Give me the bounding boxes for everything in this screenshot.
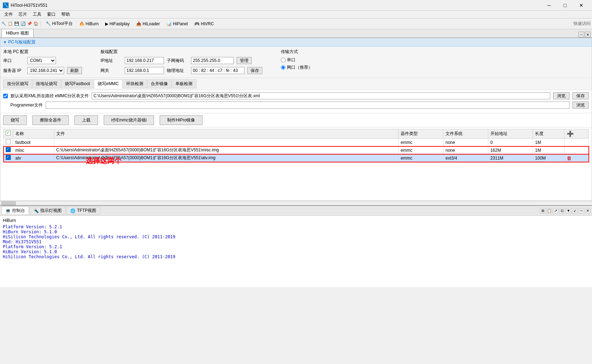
- upload-btn[interactable]: 上载: [74, 115, 98, 125]
- maximize-button[interactable]: □: [557, 0, 573, 11]
- emmc-xml-row: 默认采用XML所在路径 eMMC分区表文件 浏览 保存: [3, 92, 589, 99]
- bottom-ctrl8[interactable]: ✕: [585, 208, 591, 214]
- close-button[interactable]: ✕: [573, 0, 589, 11]
- toolbar-hiburn[interactable]: 🔥 HiBurn: [77, 20, 101, 27]
- bottom-ctrl2[interactable]: 📋: [546, 208, 552, 214]
- emmc-xml-checkbox[interactable]: [3, 94, 8, 98]
- delete-row-icon[interactable]: 🗑: [567, 155, 572, 161]
- col-file: 文件: [54, 129, 398, 139]
- board-config-title: 板端配置: [101, 49, 262, 55]
- row-start-addr: 0: [488, 139, 533, 146]
- bottom-ctrl5[interactable]: ▼: [566, 208, 571, 214]
- programmer-input[interactable]: [46, 102, 570, 109]
- refresh-btn[interactable]: 刷新: [67, 67, 82, 74]
- bottom-tab-tftp[interactable]: 🌐 TFTP视图: [66, 207, 100, 215]
- table-header-row: 名称 文件 器件类型 文件系统 开始地址 长度 ➕: [4, 129, 589, 139]
- radio-network-input[interactable]: [281, 65, 285, 70]
- tab-close-btn[interactable]: ✕: [585, 32, 591, 37]
- hscroll-thumb[interactable]: [1, 202, 16, 205]
- console-line: HiSilicon Technologies Co., Ltd. All rig…: [3, 234, 589, 239]
- minimize-button[interactable]: ─: [541, 0, 557, 11]
- browse-btn2[interactable]: 浏览: [572, 102, 589, 109]
- bottom-tab-console[interactable]: 💻 控制台: [1, 207, 29, 215]
- function-tabs: 按分区烧写 按地址烧写 烧写Fastboot 烧写eMMC 环块检测 合并镜像 …: [0, 78, 592, 90]
- menu-help[interactable]: 帮助: [58, 11, 73, 18]
- row-action: [564, 139, 588, 146]
- col-check: [4, 129, 13, 139]
- row-check-cell: [4, 146, 13, 154]
- console-line: HiBurn Version: 5.1.0: [3, 229, 589, 234]
- row-filesystem: none: [443, 146, 488, 154]
- tab-fastboot[interactable]: 烧写Fastboot: [61, 79, 94, 88]
- tab-by-address[interactable]: 按地址烧写: [32, 79, 61, 88]
- tab-emmc[interactable]: 烧写eMMC: [94, 79, 123, 88]
- make-emmc-btn[interactable]: i作Emmc烧片器镜i: [104, 115, 154, 125]
- row-file: C:\Users\Administrator\桌面\HZ65A57(0000)B…: [54, 154, 398, 162]
- subnet-input[interactable]: [191, 57, 234, 64]
- radio-serial[interactable]: 串口: [281, 57, 313, 63]
- com-select[interactable]: COM1: [27, 57, 56, 64]
- tab-board-detect[interactable]: 单板检测: [171, 79, 196, 88]
- emmc-xml-input[interactable]: [92, 92, 550, 99]
- led-icon: 🔦: [34, 208, 39, 213]
- bottom-ctrl6[interactable]: ↙: [572, 208, 578, 214]
- subnet-label: 子网掩码: [167, 58, 188, 64]
- tab-restore-btn[interactable]: ─: [578, 32, 584, 37]
- pc-config-section-header[interactable]: ▼ PC与板端配置: [0, 38, 592, 47]
- window-controls: ─ □ ✕: [541, 0, 589, 11]
- horizontal-scrollbar[interactable]: [0, 201, 592, 205]
- manage-btn[interactable]: 管理: [237, 57, 252, 64]
- radio-serial-input[interactable]: [281, 58, 285, 62]
- transfer-block: 传输方式 串口 网口（推荐）: [281, 49, 313, 71]
- bottom-panel: 💻 控制台 🔦 指示灯视图 🌐 TFTP视图 ⊞ 📋 ↗ ⊡ ▼ ↙ ─ ✕ H…: [0, 205, 592, 287]
- hiburn-tab-label: HiBurn 视图: [6, 31, 29, 36]
- radio-network-label: 网口（推荐）: [287, 64, 313, 71]
- add-row-icon[interactable]: ➕: [567, 131, 574, 137]
- save-board-btn[interactable]: 保存: [247, 67, 262, 74]
- hiburn-tab[interactable]: HiBurn 视图: [1, 29, 34, 37]
- menu-file[interactable]: 文件: [1, 11, 16, 18]
- save-xml-btn[interactable]: 保存: [572, 92, 589, 99]
- menu-chip[interactable]: 芯片: [16, 11, 30, 18]
- browse-btn1[interactable]: 浏览: [553, 92, 570, 99]
- gateway-input[interactable]: [125, 67, 164, 74]
- toolbar-hifastplay[interactable]: ▶ HiFastplay: [103, 20, 132, 27]
- row-name: misc: [13, 146, 54, 154]
- row-checkbox[interactable]: [6, 139, 11, 144]
- row-filesystem: none: [443, 139, 488, 146]
- row-action: [564, 146, 588, 154]
- bottom-ctrl7[interactable]: ─: [578, 208, 584, 214]
- pc-config-title: PC与板端配置: [8, 39, 36, 45]
- console-tab-label: 控制台: [12, 208, 25, 214]
- table-row: misc C:\Users\Administrator\桌面\HZ65A57(0…: [4, 146, 589, 154]
- bottom-tab-led[interactable]: 🔦 指示灯视图: [30, 207, 66, 215]
- table-body: fastboot emmc none 0 1M misc C:\Users\Ad…: [4, 139, 589, 162]
- menu-tools[interactable]: 工具: [30, 11, 44, 18]
- tab-merge-image[interactable]: 合并镜像: [147, 79, 172, 88]
- header-check-icon[interactable]: [6, 131, 11, 136]
- row-checkbox[interactable]: [6, 147, 11, 152]
- erase-all-btn[interactable]: 擦除全器件: [32, 115, 69, 125]
- menu-window[interactable]: 窗口: [44, 11, 58, 18]
- make-hipro-btn[interactable]: 制作HiPro镜像: [160, 115, 202, 125]
- tab-env-detect[interactable]: 环块检测: [122, 79, 147, 88]
- bottom-ctrl4[interactable]: ⊡: [559, 208, 565, 214]
- burn-btn[interactable]: 烧写: [3, 115, 27, 125]
- toolbar-hivrc[interactable]: 🎮 HiVRC: [192, 20, 216, 27]
- tab-by-partition[interactable]: 按分区烧写: [3, 79, 32, 88]
- toolbar-hipanel[interactable]: 📊 HiPanel: [164, 20, 190, 27]
- server-ip-select[interactable]: 192.168.0.241: [27, 67, 64, 74]
- table-row: atv C:\Users\Administrator\桌面\HZ65A57(00…: [4, 154, 589, 162]
- mac-input[interactable]: [191, 67, 244, 74]
- toolbar-hiloader[interactable]: 📥 HiLoader: [134, 20, 163, 27]
- col-device-type: 器件类型: [398, 129, 443, 139]
- row-checkbox[interactable]: [6, 155, 11, 160]
- bottom-ctrl3[interactable]: ↗: [553, 208, 558, 214]
- row-action: 🗑: [564, 154, 588, 162]
- ip-input[interactable]: [125, 57, 164, 64]
- radio-network[interactable]: 网口（推荐）: [281, 64, 313, 71]
- gateway-label: 网关: [101, 68, 122, 74]
- form-area: 默认采用XML所在路径 eMMC分区表文件 浏览 保存 Programmer文件…: [0, 90, 592, 113]
- bottom-ctrl1[interactable]: ⊞: [540, 208, 546, 214]
- toolbar-hitool[interactable]: 🔧 HiTool平台: [43, 20, 75, 28]
